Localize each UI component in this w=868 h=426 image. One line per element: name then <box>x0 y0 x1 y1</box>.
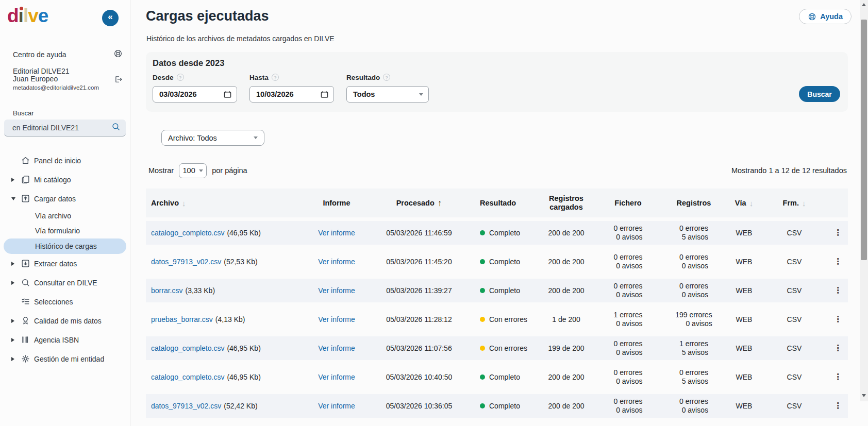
records-loaded: 200 de 200 <box>537 363 596 391</box>
fichero-errors: 0 errores0 avisos <box>613 282 642 299</box>
file-link[interactable]: catalogo_completo.csv <box>151 373 224 381</box>
ver-informe-link[interactable]: Ver informe <box>318 229 355 237</box>
filter-card: Datos desde 2023 Desde 03/03/2026 <box>146 52 848 112</box>
ver-informe-link[interactable]: Ver informe <box>318 344 355 352</box>
ayuda-button[interactable]: Ayuda <box>799 9 852 24</box>
calendar-icon[interactable] <box>321 91 328 98</box>
sidebar-search-input[interactable] <box>12 124 111 132</box>
sidebar-item-panel-de-inicio[interactable]: Panel de inicio <box>0 151 130 170</box>
records-loaded: 1 de 200 <box>537 305 596 334</box>
user-email: metadatos@editorialdilve21.com <box>13 84 123 91</box>
fichero-errors: 0 errores0 avisos <box>613 397 642 415</box>
home-icon <box>21 156 34 165</box>
sidebar: dılve Centro de ayuda Editorial DILVE21 … <box>0 0 130 426</box>
via-value: WEB <box>727 394 761 418</box>
frm-value: CSV <box>761 279 828 302</box>
column-header-via[interactable]: Vía <box>727 189 761 217</box>
status-label: Completo <box>489 258 520 266</box>
frm-value: CSV <box>761 305 828 334</box>
ver-informe-link[interactable]: Ver informe <box>318 315 355 323</box>
search-icon[interactable] <box>111 122 121 133</box>
file-size: (4,13 Kb) <box>215 315 245 323</box>
barcode-icon <box>21 335 34 345</box>
file-link[interactable]: catalogo_completo.csv <box>151 344 224 352</box>
file-link[interactable]: borrar.csv <box>151 286 182 295</box>
resultado-select[interactable]: Todos <box>346 86 429 103</box>
status-dot <box>480 403 485 408</box>
sidebar-collapse-button[interactable] <box>102 10 119 26</box>
sidebar-item-historico-de-cargas[interactable]: Histórico de cargas <box>4 238 126 254</box>
registros-errors: 1 errores5 avisos <box>679 339 708 357</box>
file-size: (46,95 Kb) <box>227 344 260 352</box>
via-value: WEB <box>727 336 761 360</box>
page-subtitle: Histórico de los archivos de metadatos c… <box>146 35 335 43</box>
registros-errors: 0 errores5 avisos <box>679 368 708 386</box>
records-loaded: 200 de 200 <box>537 221 596 245</box>
row-menu-button[interactable] <box>831 313 845 326</box>
records-loaded: 200 de 200 <box>537 394 596 418</box>
help-circle-icon[interactable] <box>383 74 390 81</box>
status-dot <box>480 374 485 380</box>
status-dot <box>480 259 485 264</box>
dilve-logo: dılve <box>7 6 48 25</box>
row-menu-button[interactable] <box>831 400 845 412</box>
processed-timestamp: 05/03/2026 11:28:12 <box>368 305 471 334</box>
chevron-right-icon <box>11 357 14 361</box>
scrollbar-thumb[interactable] <box>861 20 867 260</box>
file-link[interactable]: catalogo_completo.csv <box>151 229 224 237</box>
ver-informe-link[interactable]: Ver informe <box>318 258 355 266</box>
sidebar-item-extraer-datos[interactable]: Extraer datos <box>0 254 130 273</box>
sidebar-search-label: Buscar <box>13 109 34 117</box>
scroll-up-arrow[interactable] <box>862 3 866 6</box>
chevron-right-icon <box>11 178 14 182</box>
fichero-errors: 0 errores0 avisos <box>613 224 642 242</box>
sidebar-item-consultar-en-dilve[interactable]: Consultar en DILVE <box>0 273 130 292</box>
archivo-filter-select[interactable]: Archivo: Todos <box>161 130 264 146</box>
row-menu-button[interactable] <box>831 371 845 383</box>
row-menu-button[interactable] <box>831 284 845 297</box>
sidebar-item-mi-catalogo[interactable]: Mi catálogo <box>0 170 130 189</box>
status-label: Con errores <box>489 315 527 323</box>
sidebar-item-cargar-datos[interactable]: Cargar datos <box>0 189 130 208</box>
column-header-procesado[interactable]: Procesado <box>368 189 471 217</box>
help-center-row[interactable]: Centro de ayuda <box>13 49 123 60</box>
help-circle-icon[interactable] <box>272 74 279 81</box>
ver-informe-link[interactable]: Ver informe <box>318 286 355 295</box>
file-size: (3,33 Kb) <box>185 286 215 295</box>
fichero-errors: 0 errores0 avisos <box>613 339 642 357</box>
ver-informe-link[interactable]: Ver informe <box>318 373 355 381</box>
row-menu-button[interactable] <box>831 227 845 239</box>
sidebar-item-gestion-de-mi-entidad[interactable]: Gestión de mi entidad <box>0 349 130 368</box>
sidebar-item-selecciones[interactable]: Selecciones <box>0 292 130 311</box>
hasta-date-input[interactable]: 10/03/2026 <box>249 86 334 103</box>
sidebar-item-agencia-isbn[interactable]: Agencia ISBN <box>0 330 130 349</box>
column-header-archivo[interactable]: Archivo <box>146 189 306 217</box>
file-link[interactable]: pruebas_borrar.csv <box>151 315 213 323</box>
sidebar-search-box[interactable] <box>4 120 126 137</box>
sidebar-item-calidad-de-mis-datos[interactable]: Calidad de mis datos <box>0 311 130 330</box>
sidebar-item-via-formulario[interactable]: Vía formulario <box>0 224 130 239</box>
buscar-button[interactable]: Buscar <box>799 86 840 102</box>
mostrar-label: Mostrar <box>148 166 174 175</box>
status-label: Completo <box>489 373 520 381</box>
file-link[interactable]: datos_97913_v02.csv <box>151 402 221 410</box>
table-row: catalogo_completo.csv (46,95 Kb) Ver inf… <box>146 334 848 363</box>
desde-date-input[interactable]: 03/03/2026 <box>153 86 237 103</box>
column-header-frm[interactable]: Frm. <box>761 189 828 217</box>
per-page-select[interactable]: 100 <box>179 163 207 178</box>
vertical-scrollbar[interactable] <box>860 0 868 401</box>
status-dot <box>480 317 485 322</box>
ver-informe-link[interactable]: Ver informe <box>318 402 355 410</box>
logout-icon[interactable] <box>113 75 123 86</box>
table-row: catalogo_completo.csv (46,95 Kb) Ver inf… <box>146 363 848 391</box>
desde-field: Desde 03/03/2026 <box>153 73 237 103</box>
row-menu-button[interactable] <box>831 342 845 354</box>
via-value: WEB <box>727 221 761 245</box>
scroll-down-arrow[interactable] <box>862 394 866 397</box>
processed-timestamp: 05/03/2026 11:39:27 <box>368 279 471 302</box>
row-menu-button[interactable] <box>831 255 845 268</box>
sidebar-item-via-archivo[interactable]: Vía archivo <box>0 208 130 224</box>
calendar-icon[interactable] <box>224 91 231 98</box>
file-link[interactable]: datos_97913_v02.csv <box>151 258 221 266</box>
help-circle-icon[interactable] <box>177 74 184 81</box>
